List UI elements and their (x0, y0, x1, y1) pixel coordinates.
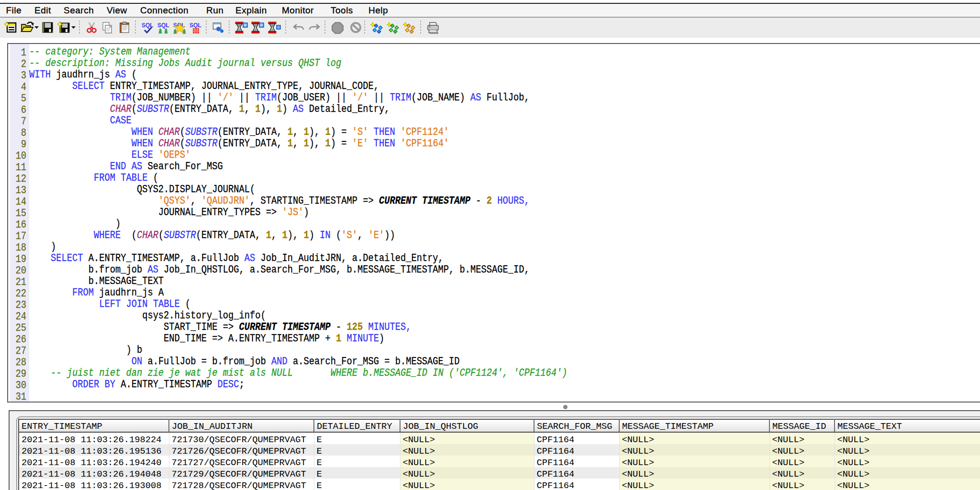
svg-text:SQL: SQL (189, 22, 201, 29)
svg-text:SQL: SQL (157, 22, 169, 29)
